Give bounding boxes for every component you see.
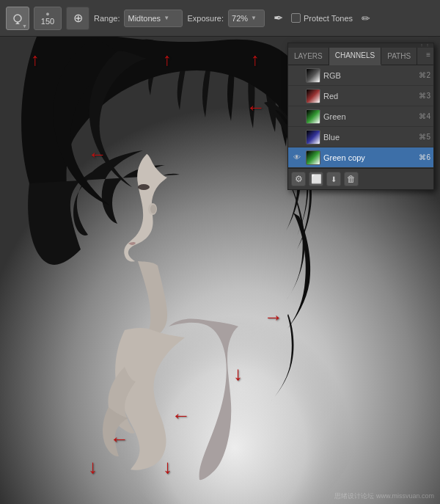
channel-row-blue[interactable]: Blue ⌘5 (288, 127, 433, 147)
protect-tones-group: Protect Tones (291, 13, 353, 23)
arrow-bottom-left1: ← (110, 429, 129, 448)
channel-shortcut-green: ⌘4 (419, 112, 430, 120)
channel-shortcut-blue: ⌘5 (419, 133, 430, 141)
protect-tones-label: Protect Tones (304, 14, 353, 23)
arrow-mid-left: ← (88, 145, 107, 164)
brush-icon-button[interactable]: ⊕ (66, 7, 89, 30)
channel-row-green[interactable]: Green ⌘4 (288, 106, 433, 127)
protect-tones-checkbox[interactable] (291, 13, 301, 23)
channel-eye-red[interactable] (291, 90, 303, 102)
settings-button[interactable]: ⚙ (291, 172, 306, 186)
channel-thumb-green-copy (306, 150, 320, 165)
toolbar: ▼ ● 150 ⊕ Range: Midtones ▼ Exposure: 72… (0, 0, 440, 37)
save-button[interactable]: ⬇ (326, 172, 341, 186)
svg-point-0 (14, 15, 21, 22)
channel-list: RGB ⌘2 Red ⌘3 Green ⌘4 (288, 65, 433, 168)
arrow-lower-right: ↓ (233, 364, 243, 383)
channels-panel: ⋮⋮ LAYERS CHANNELS PATHS ≡ RGB ⌘2 (287, 43, 434, 190)
channel-thumb-green (306, 109, 320, 124)
tool-group-icons: ⊕ (66, 7, 89, 30)
channel-row-red[interactable]: Red ⌘3 (288, 86, 433, 106)
arrow-top-right: ↑ (251, 51, 260, 68)
channel-thumb-blue (306, 130, 320, 145)
tab-paths[interactable]: PATHS (381, 48, 417, 65)
range-value: Midtones (128, 14, 161, 23)
brush-size-value: 150 (41, 18, 54, 26)
arrow-lower-mid: ← (172, 406, 191, 425)
exposure-box[interactable]: 72% ▼ (228, 10, 265, 27)
dodge-tool-button[interactable]: ▼ (6, 7, 29, 30)
channel-thumb-rgb (306, 68, 320, 83)
channel-eye-rgb[interactable] (291, 70, 303, 81)
range-label: Range: (94, 14, 120, 23)
arrow-bottom-center2: ↓ (163, 457, 172, 476)
tab-channels[interactable]: CHANNELS (329, 48, 381, 65)
channel-shortcut-rgb: ⌘2 (419, 71, 430, 79)
exposure-value: 72% (232, 14, 248, 23)
svg-point-7 (138, 184, 150, 190)
range-dropdown[interactable]: Midtones ▼ (124, 10, 183, 27)
panel-footer: ⚙ ⬜ ⬇ 🗑 (288, 168, 433, 189)
main-area: ↑ ↑ ↑ ← ← → ↓ ← ← ↓ ↓ ⋮⋮ LAYERS CHANNELS… (0, 37, 440, 504)
arrow-top-center: ↑ (163, 51, 172, 68)
channel-eye-green-copy[interactable]: 👁 (291, 152, 303, 164)
airbrush-button[interactable]: ✒ (269, 10, 287, 27)
svg-point-6 (150, 205, 156, 213)
panel-menu-button[interactable]: ≡ (426, 51, 430, 59)
channel-name-rgb: RGB (323, 71, 416, 80)
channel-eye-blue[interactable] (291, 131, 303, 143)
svg-marker-2 (15, 22, 20, 24)
tab-layers[interactable]: LAYERS (288, 48, 329, 65)
channel-row-green-copy[interactable]: 👁 Green copy ⌘6 (288, 147, 433, 168)
watermark: 思绪设计论坛 www.missvuan.com (334, 492, 434, 501)
brush-size-box[interactable]: ● 150 (34, 7, 62, 30)
channel-row-rgb[interactable]: RGB ⌘2 (288, 65, 433, 86)
arrow-bottom-center1: ↓ (88, 457, 98, 476)
exposure-dropdown-arrow: ▼ (251, 15, 257, 21)
channel-name-blue: Blue (323, 133, 416, 142)
channel-name-green-copy: Green copy (323, 153, 416, 162)
arrow-body-right: → (264, 307, 283, 326)
panel-header: LAYERS CHANNELS PATHS ≡ (288, 48, 433, 65)
range-dropdown-arrow: ▼ (164, 15, 169, 21)
tool-dropdown-arrow: ▼ (22, 23, 27, 29)
tool-group-main: ▼ (6, 7, 29, 30)
mask-button[interactable]: ⬜ (309, 172, 323, 186)
delete-button[interactable]: 🗑 (344, 172, 359, 186)
channel-thumb-red (306, 89, 320, 103)
more-options-button[interactable]: ✏ (357, 10, 375, 27)
channel-shortcut-green-copy: ⌘6 (419, 153, 430, 161)
channel-eye-green[interactable] (291, 111, 303, 123)
channel-name-red: Red (323, 92, 416, 101)
arrow-top-left: ↑ (31, 51, 40, 68)
exposure-label: Exposure: (187, 14, 224, 23)
arrow-mid-right: ← (246, 98, 265, 117)
channel-name-green: Green (323, 112, 416, 121)
channel-shortcut-red: ⌘3 (419, 92, 430, 100)
